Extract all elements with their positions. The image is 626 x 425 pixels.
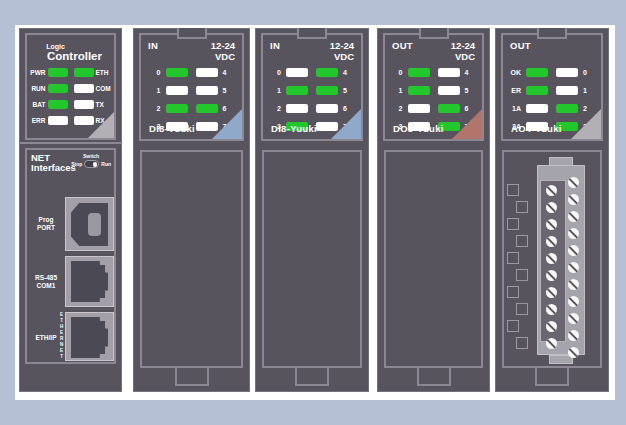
rs485-port (65, 256, 114, 307)
module-di8-2: IN 12-24 VDC 0 4 1 5 2 6 (255, 28, 369, 392)
cpu-title-main: Controller (35, 52, 114, 61)
screw-terminal (546, 219, 557, 230)
channel-led-row: 1 5 (385, 86, 482, 95)
wiring-clip (507, 184, 519, 196)
channel-number: OK (508, 69, 521, 76)
channel-led (526, 68, 548, 77)
screw-terminal (546, 236, 557, 247)
channel-led-row: ER 1 (503, 86, 601, 95)
cpu-led-row: RUN COM (27, 84, 114, 93)
io-status-panel: OUT OK 0 ER 1 1A 2 (501, 33, 603, 141)
screw-terminal (546, 321, 557, 332)
status-led (48, 84, 68, 93)
channel-led (286, 104, 308, 113)
led-label: PWR (28, 69, 46, 76)
net-interfaces-panel: NET Interfaces Switch Stop Run Prog PORT… (25, 148, 116, 364)
screw-terminal (546, 304, 557, 315)
module-name: DI8-Yuuki (149, 123, 195, 134)
channel-number: 0 (148, 69, 161, 76)
corner-fold (331, 109, 361, 139)
bottom-clip-notch (295, 368, 329, 386)
screw-terminal (568, 245, 579, 256)
status-led (74, 100, 94, 109)
cpu-status-panel: Logic Controller PWR ETH RUN COM BAT TX (25, 33, 116, 140)
channel-led (166, 86, 188, 95)
screw-terminal (568, 211, 579, 222)
wiring-clip (516, 235, 528, 247)
channel-led (408, 68, 430, 77)
screw-terminal (568, 177, 579, 188)
wiring-clip (507, 286, 519, 298)
status-led (48, 116, 68, 125)
wiring-clip (516, 201, 528, 213)
screw-terminal (568, 228, 579, 239)
io-status-panel: IN 12-24 VDC 0 4 1 5 2 6 (261, 33, 363, 141)
channel-number: 0 (583, 69, 596, 76)
net-title-line2: Interfaces (31, 163, 76, 173)
screw-terminal (568, 347, 579, 358)
channel-number: 1 (148, 87, 161, 94)
wiring-clip (507, 252, 519, 264)
module-do8: OUT 12-24 VDC 0 4 1 5 2 6 (377, 28, 490, 392)
corner-fold (88, 112, 114, 138)
channel-led (166, 104, 188, 113)
module-door (262, 150, 362, 368)
run-stop-toggle[interactable] (84, 160, 99, 168)
io-voltage-label: 12-24 VDC (330, 40, 354, 62)
wiring-clip (507, 320, 519, 332)
bottom-clip-notch (535, 368, 569, 386)
cpu-title: Logic Controller (27, 42, 114, 61)
module-di8-1: IN 12-24 VDC 0 4 1 5 2 6 (133, 28, 250, 392)
wiring-clip (516, 337, 528, 349)
channel-led-row: 0 4 (385, 68, 482, 77)
channel-number: 5 (343, 87, 356, 94)
channel-number: 4 (343, 69, 356, 76)
led-label: COM (96, 85, 114, 92)
wiring-clip (516, 269, 528, 281)
net-panel-title: NET Interfaces (31, 153, 76, 173)
bottom-clip-notch (175, 368, 209, 386)
corner-fold (212, 109, 242, 139)
io-direction-label: IN (270, 40, 280, 51)
channel-number: 1 (268, 87, 281, 94)
channel-number: 2 (390, 105, 403, 112)
channel-number: 0 (268, 69, 281, 76)
switch-run-label: Run (101, 161, 111, 167)
channel-led-row: 1 5 (263, 86, 361, 95)
ethernet-port (65, 312, 114, 361)
channel-led (556, 86, 578, 95)
channel-led (556, 68, 578, 77)
channel-number: 5 (465, 87, 478, 94)
io-direction-label: IN (148, 40, 158, 51)
channel-led (316, 86, 338, 95)
module-door (384, 150, 483, 368)
cpu-led-row: PWR ETH (27, 68, 114, 77)
channel-led (408, 86, 430, 95)
screw-terminal (568, 330, 579, 341)
io-direction-label: OUT (510, 40, 531, 51)
channel-led (438, 68, 460, 77)
screw-terminal (568, 313, 579, 324)
screw-terminal (546, 202, 557, 213)
channel-number: 5 (223, 87, 236, 94)
module-cpu: Logic Controller PWR ETH RUN COM BAT TX (19, 28, 122, 392)
module-door (140, 150, 243, 368)
status-led (48, 68, 68, 77)
screw-terminal (546, 270, 557, 281)
cpu-led-row: BAT TX (27, 100, 114, 109)
rj45-connector-icon (71, 261, 108, 302)
ethernet-vertical-label: ETHERNET (59, 312, 64, 364)
module-ao4: OUT OK 0 ER 1 1A 2 (495, 28, 609, 392)
module-name: AO4-Yuuki (511, 123, 562, 134)
led-label: RUN (28, 85, 46, 92)
top-clip-notch (297, 28, 327, 39)
screw-terminal (546, 253, 557, 264)
led-label: BAT (28, 101, 46, 108)
rs485-label: RS-485 COM1 (29, 274, 63, 290)
module-name: DI8-Yuuki (271, 123, 317, 134)
led-label: ETH (96, 69, 114, 76)
toggle-knob (93, 162, 98, 167)
channel-number: 0 (390, 69, 403, 76)
channel-led (286, 68, 308, 77)
channel-led (526, 104, 548, 113)
